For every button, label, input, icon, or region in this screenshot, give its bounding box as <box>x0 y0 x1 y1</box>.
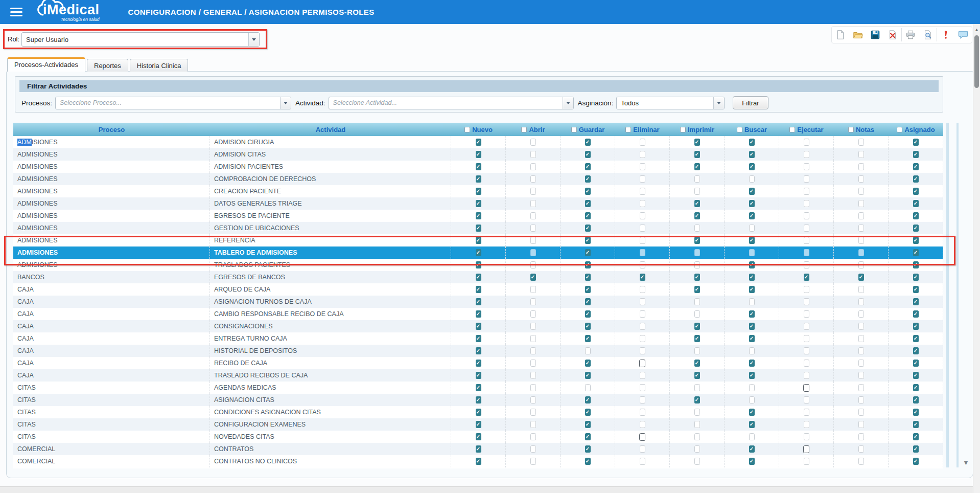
checkbox-ejecutar[interactable] <box>804 433 809 440</box>
checkbox-notas[interactable] <box>858 310 864 318</box>
checkbox-abrir[interactable] <box>530 249 536 256</box>
checkbox-eliminar[interactable] <box>640 335 645 342</box>
table-row[interactable]: ADMISIONESDATOS GENERALES TRIAGE✓✓✓✓✓ <box>13 197 943 210</box>
actividad-cell[interactable]: REFERENCIA <box>210 234 451 246</box>
checkbox-abrir[interactable] <box>530 286 536 293</box>
checkbox-eliminar[interactable] <box>640 175 645 183</box>
checkbox-guardar[interactable]: ✓ <box>585 151 591 158</box>
checkbox-eliminar[interactable] <box>640 237 645 244</box>
table-row[interactable]: ADMISIONESTRASLADOS PACIENTES✓✓✓✓ <box>13 259 943 271</box>
checkbox-eliminar[interactable] <box>640 384 645 391</box>
checkbox-buscar[interactable]: ✓ <box>749 212 755 219</box>
checkbox-nuevo[interactable]: ✓ <box>476 372 481 379</box>
checkbox-nuevo[interactable]: ✓ <box>476 225 481 232</box>
actividad-cell[interactable]: CONTRATOS <box>210 443 451 455</box>
checkbox-nuevo[interactable]: ✓ <box>476 433 481 440</box>
checkbox-ejecutar[interactable] <box>804 421 809 428</box>
checkbox-guardar[interactable]: ✓ <box>585 360 591 367</box>
table-row[interactable]: ADMISIONESREFERENCIA✓✓✓✓✓ <box>13 234 943 246</box>
checkbox-eliminar[interactable] <box>640 225 645 232</box>
checkbox-ejecutar[interactable] <box>804 188 809 195</box>
actividad-cell[interactable]: NOVEDADES CITAS <box>210 431 451 443</box>
checkbox-buscar[interactable] <box>749 347 755 354</box>
proceso-cell[interactable]: BANCOS <box>13 271 210 283</box>
checkbox-asignado[interactable]: ✓ <box>913 458 919 465</box>
proceso-cell[interactable]: ADMISIONES <box>13 136 210 148</box>
checkbox-buscar[interactable]: ✓ <box>749 323 755 330</box>
checkbox-notas[interactable] <box>858 175 864 183</box>
checkbox-abrir[interactable] <box>530 335 536 342</box>
checkbox-abrir[interactable] <box>530 433 536 440</box>
checkbox-imprimir[interactable]: ✓ <box>694 163 700 170</box>
checkbox-notas[interactable] <box>858 458 864 465</box>
checkbox-buscar[interactable]: ✓ <box>749 237 755 244</box>
checkbox-abrir[interactable] <box>530 323 536 330</box>
checkbox-ejecutar[interactable] <box>804 310 809 318</box>
checkbox-eliminar[interactable] <box>640 445 645 453</box>
checkbox-guardar[interactable] <box>585 347 591 354</box>
checkbox-imprimir[interactable]: ✓ <box>694 360 700 367</box>
proceso-cell[interactable]: CAJA <box>13 283 210 296</box>
checkbox-imprimir[interactable] <box>694 175 700 183</box>
proceso-cell[interactable]: ADMISIONES <box>13 185 210 197</box>
checkbox-asignado[interactable]: ✓ <box>913 163 919 170</box>
actividad-cell[interactable]: ADMISION CIRUGIA <box>210 136 451 148</box>
header-checkbox-abrir[interactable] <box>521 127 527 132</box>
checkbox-guardar[interactable]: ✓ <box>585 323 591 330</box>
checkbox-buscar[interactable] <box>749 433 755 440</box>
table-row[interactable]: ADMISIONESCOMPROBACION DE DERECHOS✓✓✓ <box>13 173 943 185</box>
actividad-cell[interactable]: AGENDAS MEDICAS <box>210 382 451 394</box>
checkbox-nuevo[interactable]: ✓ <box>476 212 481 219</box>
proceso-cell[interactable]: CAJA <box>13 357 210 369</box>
proceso-cell[interactable]: CAJA <box>13 308 210 320</box>
checkbox-abrir[interactable] <box>530 139 536 146</box>
checkbox-imprimir[interactable] <box>694 347 700 354</box>
checkbox-abrir[interactable] <box>530 188 536 195</box>
checkbox-eliminar[interactable] <box>639 360 645 367</box>
checkbox-nuevo[interactable]: ✓ <box>476 409 481 416</box>
filtrar-button[interactable]: Filtrar <box>733 96 768 109</box>
checkbox-ejecutar[interactable] <box>804 139 809 146</box>
table-row[interactable]: ADMISIONESADMISION CIRUGIA✓✓✓✓✓ <box>13 136 943 148</box>
checkbox-buscar[interactable]: ✓ <box>749 200 755 207</box>
proceso-cell[interactable]: ADMISIONES <box>13 173 210 185</box>
checkbox-ejecutar[interactable] <box>803 384 809 392</box>
checkbox-abrir[interactable] <box>530 384 536 391</box>
checkbox-nuevo[interactable]: ✓ <box>476 286 481 293</box>
checkbox-guardar[interactable]: ✓ <box>585 274 591 281</box>
checkbox-notas[interactable] <box>858 409 864 416</box>
checkbox-eliminar[interactable] <box>640 323 645 330</box>
proceso-cell[interactable]: CAJA <box>13 332 210 345</box>
checkbox-buscar[interactable]: ✓ <box>749 372 755 379</box>
new-document-icon[interactable] <box>832 27 849 43</box>
checkbox-guardar[interactable]: ✓ <box>585 249 591 256</box>
checkbox-abrir[interactable] <box>530 310 536 318</box>
checkbox-imprimir[interactable] <box>694 188 700 195</box>
checkbox-abrir[interactable] <box>530 372 536 379</box>
header-checkbox-nuevo[interactable] <box>464 127 470 132</box>
header-checkbox-ejecutar[interactable] <box>789 127 795 132</box>
checkbox-notas[interactable] <box>858 421 864 428</box>
checkbox-imprimir[interactable]: ✓ <box>694 237 700 244</box>
checkbox-notas[interactable] <box>858 225 864 232</box>
rol-select[interactable]: Super Usuario <box>21 32 260 47</box>
checkbox-nuevo[interactable]: ✓ <box>476 163 481 170</box>
checkbox-abrir[interactable] <box>530 212 536 219</box>
asignacion-select[interactable]: Todos <box>616 97 725 109</box>
checkbox-buscar[interactable] <box>749 384 755 391</box>
table-row[interactable]: CAJATRASLADO RECIBOS DE CAJA✓✓✓✓✓ <box>13 369 943 382</box>
actividad-cell[interactable]: EGRESOS DE BANCOS <box>210 271 451 283</box>
proceso-cell[interactable]: ADMISIONES <box>13 148 210 161</box>
checkbox-nuevo[interactable]: ✓ <box>476 323 481 330</box>
checkbox-guardar[interactable]: ✓ <box>585 225 591 232</box>
checkbox-notas[interactable] <box>858 139 864 146</box>
checkbox-notas[interactable] <box>858 323 864 330</box>
checkbox-ejecutar[interactable] <box>804 249 809 256</box>
checkbox-guardar[interactable]: ✓ <box>585 163 591 170</box>
proceso-cell[interactable]: ADMISIONES <box>13 197 210 210</box>
actividad-cell[interactable]: ENTREGA TURNO CAJA <box>210 332 451 345</box>
actividad-select[interactable]: Seleccione Actividad... <box>329 97 574 109</box>
checkbox-imprimir[interactable] <box>694 310 700 318</box>
table-row[interactable]: ADMISIONESEGRESOS DE PACIENTE✓✓✓✓✓ <box>13 210 943 222</box>
checkbox-ejecutar[interactable]: ✓ <box>804 274 809 281</box>
